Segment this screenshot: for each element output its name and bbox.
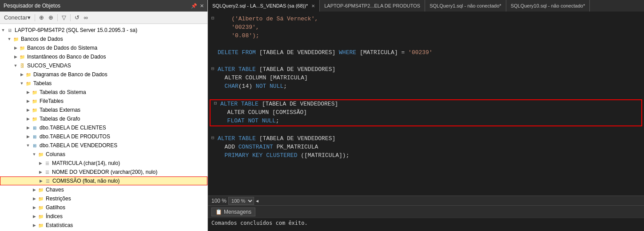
expand-icon[interactable]: ▼: [31, 152, 37, 157]
code-token: '0.08');: [218, 32, 259, 39]
tree-item-colunas[interactable]: ▼📁Colunas: [0, 150, 207, 159]
expand-icon[interactable]: ▶: [37, 170, 44, 174]
expand-icon[interactable]: ▶: [25, 99, 31, 103]
expand-icon[interactable]: ▶: [25, 117, 31, 121]
tab-close-icon[interactable]: ✕: [311, 4, 315, 8]
messages-tab-icon: 📋: [215, 209, 222, 215]
tree-item-tabelas[interactable]: ▼📁Tabelas: [0, 79, 207, 88]
code-token: ALTER COLUMN: [218, 74, 270, 81]
node-icon-folder: 📁: [31, 115, 38, 122]
expand-icon[interactable]: ▶: [31, 196, 37, 201]
collapse-icon[interactable]: ⊟: [210, 135, 216, 142]
expand-icon[interactable]: ▶: [25, 90, 31, 94]
code-token: ALTER TABLE: [218, 66, 259, 73]
connect-button[interactable]: Conectar▾: [3, 14, 32, 21]
tree-item-indices[interactable]: ▶📁Índices: [0, 212, 207, 221]
expand-icon[interactable]: ▶: [31, 214, 37, 219]
tree-item-filetables[interactable]: ▶📁FileTables: [0, 97, 207, 106]
code-content: ALTER COLUMN [MATRICULA]: [218, 74, 640, 82]
code-token: WHERE: [339, 49, 360, 56]
code-content: ALTER COLUMN [COMISSÃO]: [220, 109, 638, 117]
node-label: COMISSÃO (float, não nulo): [52, 178, 119, 184]
zoom-scroll-icon[interactable]: ◂: [256, 198, 258, 204]
sql-editor[interactable]: ⊟ ('Alberto de Sá Verneck', '00239', '0.…: [208, 12, 644, 196]
code-token: CHAR: [218, 83, 239, 90]
messages-tab-label: Mensagens: [224, 209, 251, 215]
code-content: ADD CONSTRAINT PK_MATRICULA: [218, 143, 640, 152]
separator-2: [57, 14, 58, 21]
tree-item-bancos[interactable]: ▼📁Bancos de Dados: [0, 35, 207, 43]
expand-icon[interactable]: ▼: [6, 37, 12, 41]
tree-item-col_comissao[interactable]: ▶☰COMISSÃO (float, não nulo): [0, 176, 207, 185]
code-content: '00239',: [218, 23, 640, 32]
code-content: DELETE FROM [TABELA DE VENDEDORES] WHERE…: [218, 49, 640, 57]
node-icon-folder: 📁: [37, 151, 44, 158]
tab-label: SQLQuery10.sql - não conectado*: [511, 3, 585, 8]
collapse-icon[interactable]: ⊟: [212, 100, 219, 107]
code-token: ;: [283, 83, 287, 90]
expand-icon[interactable]: ▶: [12, 46, 19, 50]
code-line-5: [208, 57, 644, 66]
expand-icon[interactable]: ▼: [19, 81, 25, 86]
code-token: ALTER TABLE: [220, 101, 262, 107]
zoom-control[interactable]: 100 % 75 % 100 % 125 % 150 % ◂: [211, 197, 258, 205]
code-token: CONSTRAINT: [239, 144, 277, 150]
tree-item-diagramas[interactable]: ▶📁Diagramas de Banco de Dados: [0, 70, 207, 79]
tree-item-chaves[interactable]: ▶📁Chaves: [0, 185, 207, 194]
tab-sqlquery2[interactable]: SQLQuery2.sql - LA...S_VENDAS (sa (68))*…: [208, 0, 320, 12]
tree-item-sistema[interactable]: ▶📁Bancos de Dados do Sistema: [0, 43, 207, 52]
node-icon-folder: 📁: [19, 53, 26, 60]
code-content: ALTER TABLE [TABELA DE VENDEDORES]: [218, 135, 640, 143]
new-query-button[interactable]: ⊕: [38, 14, 45, 21]
tree-item-tabelas_grafo[interactable]: ▶📁Tabelas de Grafo: [0, 114, 207, 123]
tree-item-instantaneos[interactable]: ▶📁Instantâneos do Banco de Dados: [0, 52, 207, 61]
expand-icon[interactable]: ▼: [25, 143, 31, 148]
expand-icon[interactable]: ▶: [12, 55, 19, 59]
tree-item-produtos[interactable]: ▶⊞dbo.TABELA DE PRODUTOS: [0, 132, 207, 141]
node-icon-table: ⊞: [31, 133, 38, 140]
code-token: [COMISSÃO]: [272, 109, 307, 116]
tree-item-estatisticas[interactable]: ▶📁Estatísticas: [0, 221, 207, 230]
tree-item-col_nome[interactable]: ▶☰NOME DO VENDEDOR (varchar(200), nulo): [0, 168, 207, 176]
tree-item-tabelas_sistema[interactable]: ▶📁Tabelas do Sistema: [0, 88, 207, 97]
node-label: Tabelas: [33, 80, 52, 86]
node-label: NOME DO VENDEDOR (varchar(200), nulo): [52, 169, 157, 175]
node-icon-folder: 📁: [31, 106, 38, 114]
node-icon-server: 🖥: [6, 27, 13, 34]
tree-item-gatilhos[interactable]: ▶📁Gatilhos: [0, 203, 207, 212]
code-line-1: '00239',: [208, 23, 644, 32]
tree-item-restricoes[interactable]: ▶📁Restrições: [0, 194, 207, 203]
code-line-0: ⊟ ('Alberto de Sá Verneck',: [208, 15, 644, 23]
code-token: DELETE FROM: [218, 49, 259, 56]
expand-icon[interactable]: ▶: [19, 72, 25, 77]
collapse-button[interactable]: ∞: [83, 14, 89, 21]
collapse-icon[interactable]: ⊟: [210, 66, 216, 73]
tree-item-vendedores[interactable]: ▼⊞dbo.TABELA DE VENDEDORES: [0, 141, 207, 150]
tree-item-sucos_vendas[interactable]: ▼🗄SUCOS_VENDAS: [0, 61, 207, 70]
expand-icon[interactable]: ▶: [31, 188, 37, 192]
messages-tab[interactable]: 📋 Mensagens: [211, 208, 255, 216]
expand-icon[interactable]: ▶: [31, 205, 37, 210]
filter-button[interactable]: ▽: [60, 14, 68, 21]
tab-sqlquery1[interactable]: SQLQuery1.sql - não conectado*: [425, 0, 506, 12]
tree-item-col_matricula[interactable]: ▶☰MATRICULA (char(14), nulo): [0, 159, 207, 168]
expand-icon[interactable]: ▶: [38, 179, 44, 183]
node-label: Tabelas de Grafo: [40, 116, 80, 122]
collapse-icon[interactable]: ⊟: [210, 15, 216, 22]
zoom-select[interactable]: 75 % 100 % 125 % 150 %: [228, 197, 254, 205]
tree-item-clientes[interactable]: ▶⊞dbo.TABELA DE CLIENTES: [0, 123, 207, 132]
tab-sqlquery10[interactable]: SQLQuery10.sql - não conectado*: [506, 0, 590, 12]
expand-icon[interactable]: ▶: [31, 223, 37, 227]
refresh-button[interactable]: ↺: [73, 14, 81, 21]
new-query2-button[interactable]: ⊕: [47, 14, 55, 21]
expand-icon[interactable]: ▼: [0, 28, 6, 32]
expand-icon[interactable]: ▶: [25, 125, 31, 130]
tab-laptop-ela[interactable]: LAPTOP-6PMS4TP2...ELA DE PRODUTOS: [320, 0, 425, 12]
tree-item-tabelas_externas[interactable]: ▶📁Tabelas Externas: [0, 106, 207, 114]
expand-icon[interactable]: ▶: [37, 161, 44, 165]
tree-item-server[interactable]: ▼🖥LAPTOP-6PMS4TP2 (SQL Server 15.0.2095.…: [0, 26, 207, 35]
node-label: Tabelas Externas: [40, 107, 80, 113]
expand-icon[interactable]: ▼: [12, 63, 19, 68]
expand-icon[interactable]: ▶: [25, 108, 31, 112]
expand-icon[interactable]: ▶: [25, 134, 31, 139]
